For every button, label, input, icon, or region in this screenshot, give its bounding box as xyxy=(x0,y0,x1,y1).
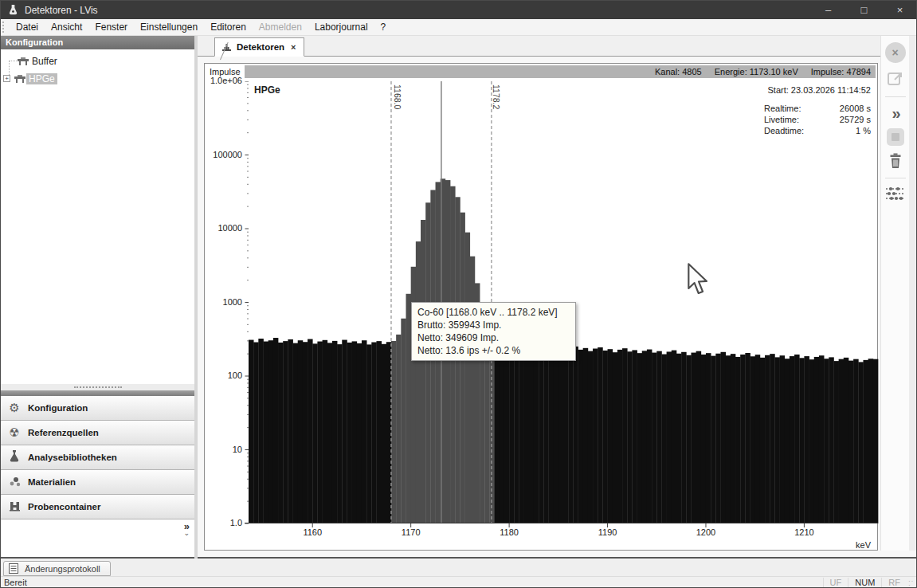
sliders-icon xyxy=(886,186,905,201)
radiation-source-icon: ☢ xyxy=(6,425,23,440)
right-gutter xyxy=(909,36,917,551)
clear-spectrum-button[interactable] xyxy=(888,153,903,169)
document-icon xyxy=(9,563,18,574)
y-axis-tick-label: 1.0 xyxy=(205,518,242,527)
document-tab-bar: Detektoren × ▼ xyxy=(198,36,917,57)
status-pane-uf: UF xyxy=(823,578,848,587)
roi-tooltip: Co-60 [1168.0 keV .. 1178.2 keV] Brutto:… xyxy=(411,302,576,361)
toolbar-separator xyxy=(885,96,906,97)
tree-item-label-selected[interactable]: HPGe xyxy=(26,73,57,84)
x-axis-unit-label: keV xyxy=(856,540,871,550)
tooltip-netto: Netto: 349609 Imp. xyxy=(417,331,570,344)
detector-icon xyxy=(17,57,29,66)
tooltip-netto-rate: Netto: 13.6 ips +/- 0.2 % xyxy=(417,344,570,357)
status-bar: Bereit UF NUM RF ∙∙∙ xyxy=(1,576,917,588)
menu-laborjournal[interactable]: Laborjournal xyxy=(308,20,374,34)
export-button[interactable] xyxy=(887,70,904,88)
nav-button-analysebibliotheken[interactable]: Analysebibliotheken xyxy=(1,445,194,470)
close-button[interactable]: × xyxy=(882,1,917,19)
tree-expander-icon[interactable]: + xyxy=(3,75,10,82)
tab-close-icon[interactable]: × xyxy=(291,42,296,52)
menu-datei[interactable]: Datei xyxy=(10,20,45,34)
tab-aenderungsprotokoll[interactable]: Änderungsprotokoll xyxy=(3,561,111,576)
roi-start-energy-label: 1168.0 xyxy=(393,84,402,109)
tree-item-hpge[interactable]: + HPGe xyxy=(3,72,57,85)
tab-label[interactable]: Detektoren xyxy=(237,42,284,52)
configuration-panel-header: Konfiguration xyxy=(1,36,194,49)
title-bar: Detektoren - LVis – □ × xyxy=(1,1,917,19)
chevron-down-icon: ⌄ xyxy=(183,531,190,536)
bottom-tab-bar: Änderungsprotokoll xyxy=(1,560,917,576)
y-axis-tick-label: 1.0e+06 xyxy=(205,76,242,85)
sidebar-divider xyxy=(1,390,194,396)
window-title: Detektoren - LVis xyxy=(25,5,98,16)
status-pane-num: NUM xyxy=(848,578,881,587)
stop-acquisition-button[interactable] xyxy=(887,128,904,146)
tooltip-brutto: Brutto: 359943 Imp. xyxy=(417,319,570,331)
sample-container-icon xyxy=(6,500,23,514)
y-axis-tick-label: 10 xyxy=(205,445,242,454)
close-view-button[interactable]: × xyxy=(885,42,906,63)
x-axis-tick-label: 1190 xyxy=(584,527,632,537)
detector-tree: Buffer + HPGe xyxy=(1,49,194,384)
cursor-readout-strip: Kanal: 4805 Energie: 1173.10 keV Impulse… xyxy=(245,65,876,78)
menu-help[interactable]: ? xyxy=(374,20,393,34)
x-axis-tick-label: 1200 xyxy=(682,527,730,537)
menu-ansicht[interactable]: Ansicht xyxy=(45,20,88,34)
tooltip-nuclide-range: Co-60 [1168.0 keV .. 1178.2 keV] xyxy=(417,306,570,319)
app-logo-icon xyxy=(7,4,19,16)
status-pane-rf: RF xyxy=(881,578,907,587)
x-axis-tick-label: 1180 xyxy=(485,527,533,537)
nav-button-materialien[interactable]: Materialien xyxy=(1,470,194,495)
menu-fenster[interactable]: Fenster xyxy=(88,20,134,34)
tree-item-label[interactable]: Buffer xyxy=(29,56,60,67)
spectrum-toolbar: × » xyxy=(880,36,909,551)
main-content: Detektoren × ▼ Impulse Kanal: 4805 Energ… xyxy=(198,36,917,559)
spectrum-chart-panel[interactable]: Impulse Kanal: 4805 Energie: 1173.10 keV… xyxy=(204,63,878,551)
application-window: Detektoren - LVis – □ × Datei Ansicht Fe… xyxy=(0,0,917,588)
menu-editoren[interactable]: Editoren xyxy=(204,20,253,34)
minimize-button[interactable]: – xyxy=(810,1,846,19)
x-axis-tick-label: 1170 xyxy=(387,527,435,537)
nav-button-konfiguration[interactable]: ⚙ Konfiguration xyxy=(1,396,194,421)
nav-button-referenzquellen[interactable]: ☢ Referenzquellen xyxy=(1,421,194,445)
resize-grip[interactable]: ∙∙∙ xyxy=(908,579,916,587)
menu-abmelden: Abmelden xyxy=(253,20,308,34)
mouse-cursor xyxy=(687,263,711,298)
menubar-drag-handle[interactable] xyxy=(2,22,6,33)
trash-icon xyxy=(888,153,903,169)
detector-icon xyxy=(14,74,26,84)
tree-connector-line xyxy=(9,61,17,61)
x-axis-tick-label: 1210 xyxy=(780,527,828,537)
configuration-panel: Konfiguration Buffer + HPGe xyxy=(1,36,194,559)
y-axis-tick-label: 100 xyxy=(205,370,242,380)
adjust-settings-button[interactable] xyxy=(886,186,905,201)
readout-energie: Energie: 1173.10 keV xyxy=(715,67,798,76)
nav-button-probencontainer[interactable]: Probencontainer xyxy=(1,495,194,519)
menu-einstellungen[interactable]: Einstellungen xyxy=(134,20,204,34)
export-icon xyxy=(887,70,904,88)
analysis-library-icon xyxy=(6,450,23,465)
maximize-button[interactable]: □ xyxy=(846,1,882,19)
y-axis-tick-label: 100000 xyxy=(205,150,242,159)
stop-icon xyxy=(892,133,899,141)
bottom-tab-label[interactable]: Änderungsprotokoll xyxy=(25,564,100,574)
sidebar-splitter-handle[interactable] xyxy=(1,384,194,390)
readout-impulse: Impulse: 47894 xyxy=(811,67,871,76)
status-message: Bereit xyxy=(4,578,27,587)
gear-icon: ⚙ xyxy=(6,401,23,415)
start-acquisition-button[interactable]: » xyxy=(892,105,898,121)
tree-item-buffer[interactable]: Buffer xyxy=(17,54,60,68)
toolbar-separator xyxy=(885,178,906,178)
tab-detektoren[interactable]: Detektoren × xyxy=(214,37,304,57)
x-axis-tick-label: 1160 xyxy=(288,527,336,537)
materials-icon xyxy=(6,476,23,489)
nav-overflow-button[interactable]: » ⌄ xyxy=(183,522,190,536)
roi-end-energy-label: 1178.2 xyxy=(492,84,501,109)
y-axis-tick-label: 1000 xyxy=(205,297,242,307)
readout-kanal: Kanal: 4805 xyxy=(655,67,702,76)
y-axis-tick-label: 10000 xyxy=(205,223,242,233)
menu-bar: Datei Ansicht Fenster Einstellungen Edit… xyxy=(1,19,917,36)
